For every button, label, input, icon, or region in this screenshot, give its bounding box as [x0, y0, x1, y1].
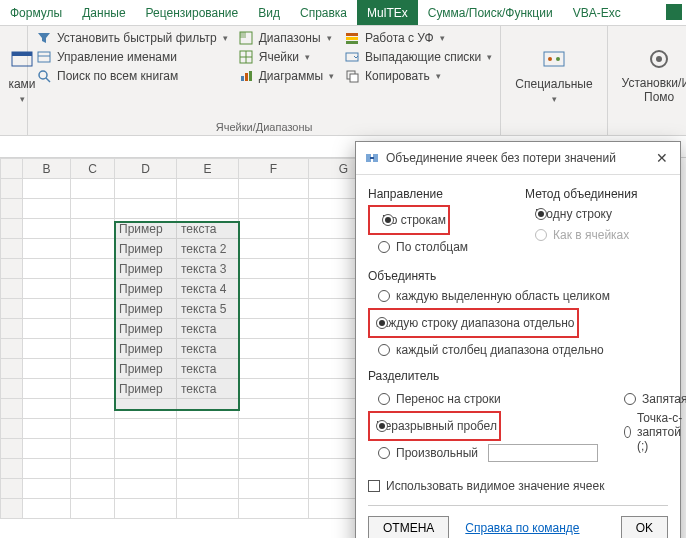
cmd-name-manager[interactable]: Управление именами: [36, 49, 228, 65]
radio-icon: [624, 393, 636, 405]
cmd-special[interactable]: Специальные▾: [509, 30, 598, 119]
opt-as-cells: Как в ячейках: [535, 226, 668, 244]
ribbon-group-install: Установки/ИнПомо: [608, 26, 686, 135]
opt-comma[interactable]: Запятая: [624, 390, 686, 408]
cmd-label: Поиск по всем книгам: [57, 69, 178, 83]
ribbon-group-special: Специальные▾: [501, 26, 607, 135]
cancel-button[interactable]: ОТМЕНА: [368, 516, 449, 538]
cells-icon: [238, 49, 254, 65]
svg-rect-7: [241, 76, 244, 81]
svg-rect-5: [240, 32, 246, 38]
cf-icon: [344, 30, 360, 46]
cmd-label2: Помо: [644, 90, 674, 104]
radio-icon: [378, 290, 390, 302]
merge-cells-dialog: Объединение ячеек без потери значений ✕ …: [355, 141, 681, 538]
tab-view[interactable]: Вид: [248, 0, 290, 25]
svg-rect-11: [346, 37, 358, 40]
cmd-charts[interactable]: Диаграммы▾: [238, 68, 334, 84]
opt-by-cols[interactable]: По столбцам: [378, 238, 511, 256]
svg-rect-16: [544, 52, 564, 66]
chart-icon: [238, 68, 254, 84]
cmd-copy[interactable]: Копировать▾: [344, 68, 492, 84]
svg-rect-13: [346, 53, 358, 61]
cmd-label: Работа с УФ: [365, 31, 434, 45]
cmd-label: Выпадающие списки: [365, 50, 481, 64]
tab-review[interactable]: Рецензирование: [136, 0, 249, 25]
ribbon-group-truncated: ками▾: [0, 26, 28, 135]
opt-each-col[interactable]: каждый столбец диапазона отдельно: [378, 341, 668, 359]
svg-point-18: [556, 57, 560, 61]
tab-data[interactable]: Данные: [72, 0, 135, 25]
merge-label: Объединять: [368, 269, 668, 283]
cmd-label: Диаграммы: [259, 69, 323, 83]
cmd-label: Управление именами: [57, 50, 177, 64]
names-icon: [36, 49, 52, 65]
cmd-label: Специальные: [515, 77, 592, 91]
cmd-search-books[interactable]: Поиск по всем книгам: [36, 68, 228, 84]
tab-sum-search[interactable]: Сумма/Поиск/Функции: [418, 0, 563, 25]
ribbon-tabstrip: Формулы Данные Рецензирование Вид Справк…: [0, 0, 686, 26]
opt-use-visible[interactable]: Использовать видимое значение ячеек: [368, 477, 668, 495]
cmd-label: Установить быстрый фильтр: [57, 31, 217, 45]
opt-nbsp[interactable]: Неразрывный пробел: [376, 417, 497, 435]
opt-custom[interactable]: Произвольный: [378, 444, 598, 462]
tab-multex[interactable]: MulTEx: [357, 0, 418, 25]
svg-rect-12: [346, 41, 358, 44]
svg-rect-8: [245, 73, 248, 81]
cmd-quick-filter[interactable]: Установить быстрый фильтр▾: [36, 30, 228, 46]
group-caption: Ячейки/Диапазоны: [36, 119, 492, 133]
svg-point-17: [548, 57, 552, 61]
special-icon: [540, 46, 568, 74]
search-icon: [36, 68, 52, 84]
cmd-label: Ячейки: [259, 50, 299, 64]
ok-button[interactable]: OK: [621, 516, 668, 538]
custom-sep-input[interactable]: [488, 444, 598, 462]
tab-formulas[interactable]: Формулы: [0, 0, 72, 25]
radio-icon: [378, 393, 390, 405]
svg-rect-15: [350, 74, 358, 82]
cmd-install[interactable]: Установки/ИнПомо: [616, 30, 686, 119]
gear-icon: [645, 45, 673, 73]
opt-each-row[interactable]: каждую строку диапазона отдельно: [376, 314, 575, 332]
filter-icon: [36, 30, 52, 46]
opt-by-rows[interactable]: По строкам: [382, 211, 446, 229]
help-link[interactable]: Справка по команде: [465, 521, 579, 535]
opt-semi[interactable]: Точка-с-запятой (;): [624, 411, 686, 453]
dropdown-icon: [344, 49, 360, 65]
radio-icon: [378, 344, 390, 356]
range-icon: [238, 30, 254, 46]
opt-one-line[interactable]: В одну строку: [535, 205, 668, 223]
svg-point-20: [656, 56, 662, 62]
copy-icon: [344, 68, 360, 84]
svg-point-3: [39, 71, 47, 79]
tab-help[interactable]: Справка: [290, 0, 357, 25]
opt-whole[interactable]: каждую выделенную область целиком: [378, 287, 668, 305]
close-button[interactable]: ✕: [652, 148, 672, 168]
sep-label: Разделитель: [368, 369, 668, 383]
ribbon: ками▾ Установить быстрый фильтр▾ Управле…: [0, 26, 686, 136]
radio-icon: [378, 447, 390, 459]
svg-rect-9: [249, 71, 252, 81]
dialog-title: Объединение ячеек без потери значений: [386, 151, 646, 165]
radio-icon: [535, 229, 547, 241]
method-label: Метод объединения: [525, 187, 668, 201]
cmd-ranges[interactable]: Диапазоны▾: [238, 30, 334, 46]
tab-vba[interactable]: VBA-Exc: [563, 0, 631, 25]
opt-newline[interactable]: Перенос на строки: [378, 390, 598, 408]
direction-label: Направление: [368, 187, 511, 201]
radio-icon: [624, 426, 631, 438]
cmd-label: Копировать: [365, 69, 430, 83]
cmd-dropdowns[interactable]: Выпадающие списки▾: [344, 49, 492, 65]
merge-icon: [364, 150, 380, 166]
ribbon-group-cells: Установить быстрый фильтр▾ Управление им…: [28, 26, 501, 135]
cmd-cells[interactable]: Ячейки▾: [238, 49, 334, 65]
cmd-label: Диапазоны: [259, 31, 321, 45]
radio-icon: [378, 241, 390, 253]
cmd-label: Установки/Ин: [622, 76, 686, 90]
app-accent-square: [666, 4, 682, 20]
checkbox-icon: [368, 480, 380, 492]
svg-rect-2: [38, 52, 50, 62]
svg-rect-10: [346, 33, 358, 36]
cmd-cf[interactable]: Работа с УФ▾: [344, 30, 492, 46]
